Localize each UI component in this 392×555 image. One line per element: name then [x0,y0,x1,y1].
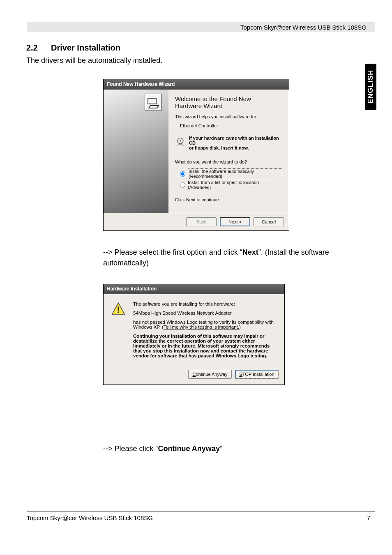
wizard-welcome: Welcome to the Found New Hardware Wizard [175,95,282,109]
radio-install-advanced[interactable]: Install from a list or specific location… [180,180,282,190]
instruction-step-2: --> Please click “Continue Anyway” [103,444,222,453]
wizard-titlebar: Found New Hardware Wizard [104,79,289,90]
section-number: 2.2 [26,43,51,53]
language-tab-label: ENGLISH [367,70,375,104]
wizard-cd-hint: If your hardware came with an installati… [189,136,282,150]
footer-product: Topcom Skyr@cer Wireless USB Stick 108SG [27,514,153,521]
continue-anyway-button[interactable]: Continue Anyway [188,370,232,379]
dialog-logo-test: has not passed Windows Logo testing to v… [133,320,277,329]
wizard-welcome-l1: Welcome to the Found New [175,95,251,102]
header-product: Topcom Skyr@cer Wireless USB Stick 108SG [240,24,367,31]
cd-icon [175,137,186,149]
dialog-device: 54Mbps High Speed Wireless Network Adapt… [133,311,277,315]
footer-rule [27,511,375,511]
instruction-step-2-bold: Continue Anyway [158,444,220,453]
next-button[interactable]: Next > [220,217,250,226]
wizard-click-next: Click Next to continue. [175,197,282,202]
hardware-installation-dialog: Hardware Installation The software you a… [103,284,285,385]
instruction-step-2-post: ” [220,444,222,453]
svg-point-4 [118,311,119,313]
tell-me-why-link[interactable]: Tell me why this testing is important. [164,325,239,329]
wizard-button-row: Back Next > Cancel [104,213,289,230]
warning-icon [111,302,126,316]
svg-rect-0 [148,98,156,104]
instruction-step-1-bold: Next [242,248,258,256]
radio-install-advanced-input[interactable] [180,182,185,188]
dialog-line1: The software you are installing for this… [133,302,277,306]
wizard-helps-text: This wizard helps you install software f… [175,114,282,119]
cancel-button[interactable]: Cancel [254,217,284,226]
back-button: Back [186,217,217,226]
wizard-cd-hint-l2: or floppy disk, insert it now. [189,145,249,150]
wizard-device-name: Ethernet Controller [180,123,282,128]
wizard-sidebar-image [104,90,168,213]
radio-install-auto-label: Install the software automatically (Reco… [188,168,282,179]
instruction-step-1-pre: --> Please select the first option and c… [103,248,242,256]
found-new-hardware-wizard: Found New Hardware Wizard Welcome to the… [103,79,289,231]
radio-install-auto[interactable]: Install the software automatically (Reco… [180,168,282,179]
language-tab: ENGLISH [365,64,376,110]
svg-point-2 [180,140,181,142]
dialog-button-row: Continue Anyway STOP Installation [104,366,284,385]
section-heading: 2.2Driver Installation [26,43,120,53]
svg-rect-3 [118,306,119,311]
wizard-welcome-l2: Hardware Wizard [175,102,223,109]
intro-text: The drivers will be automatically instal… [26,56,162,65]
wizard-question: What do you want the wizard to do? [175,159,282,164]
dialog-titlebar: Hardware Installation [104,284,284,294]
instruction-step-2-pre: --> Please click “ [103,444,158,453]
stop-installation-button[interactable]: STOP Installation [235,370,279,379]
radio-install-advanced-label: Install from a list or specific location… [188,180,282,190]
section-title: Driver Installation [51,43,120,52]
radio-install-auto-input[interactable] [180,171,185,177]
dialog-line2b: ) [239,325,241,329]
instruction-step-1: --> Please select the first option and c… [103,247,365,268]
wizard-cd-hint-l1: If your hardware came with an installati… [189,136,279,145]
hardware-icon [145,94,162,111]
page-number: 7 [367,514,370,521]
dialog-warning-paragraph: Continuing your installation of this sof… [133,334,277,358]
